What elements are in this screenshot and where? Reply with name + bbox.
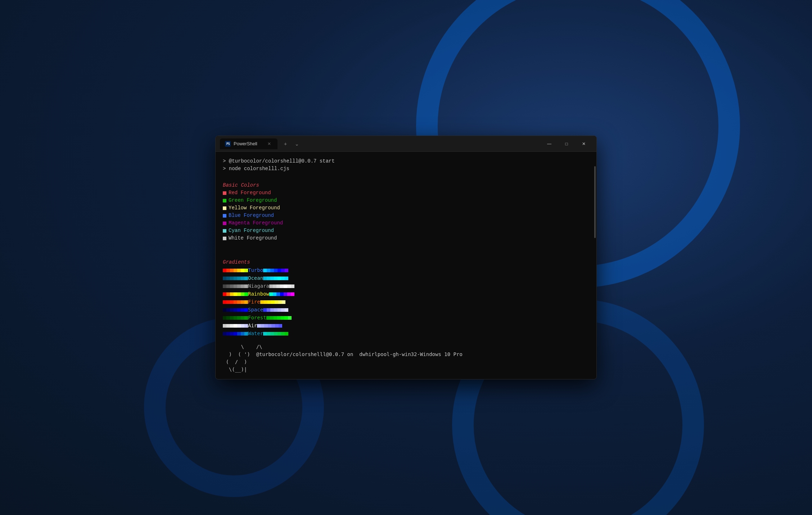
gradient-block bbox=[226, 316, 230, 320]
gradient-block bbox=[285, 332, 288, 336]
gradient-block bbox=[244, 332, 248, 336]
red-square bbox=[223, 191, 226, 195]
scrollbar-thumb[interactable] bbox=[594, 166, 596, 238]
gradient-name: Space bbox=[248, 306, 263, 314]
gradient-block bbox=[276, 284, 280, 288]
gradient-block bbox=[234, 269, 237, 272]
add-tab-button[interactable]: + bbox=[280, 139, 290, 149]
gradient-item-forest: Forest bbox=[223, 314, 589, 322]
gradient-block bbox=[223, 277, 226, 280]
gradient-block bbox=[279, 324, 282, 328]
gradient-block bbox=[261, 324, 264, 328]
gradient-name: Rainbow bbox=[248, 290, 269, 298]
gradient-block bbox=[230, 300, 234, 304]
color-item-blue: Blue Foreground bbox=[223, 212, 589, 219]
minimize-button[interactable]: — bbox=[541, 138, 558, 150]
gradient-block bbox=[266, 316, 270, 320]
gradient-block bbox=[226, 324, 230, 328]
maximize-button[interactable]: □ bbox=[558, 138, 575, 150]
gradient-name: Fire bbox=[248, 298, 260, 306]
gradient-left-blocks bbox=[223, 316, 248, 320]
tab-dropdown-button[interactable]: ⌄ bbox=[292, 139, 302, 149]
gradient-item-ocean: Ocean bbox=[223, 274, 589, 282]
gradient-right-blocks bbox=[263, 332, 288, 336]
gradient-block bbox=[278, 277, 281, 280]
gradient-block bbox=[226, 284, 230, 288]
gradient-block bbox=[226, 277, 230, 280]
gradient-block bbox=[270, 308, 274, 312]
tab-close-button[interactable]: ✕ bbox=[266, 141, 272, 147]
gradient-block bbox=[271, 300, 275, 304]
gradient-block bbox=[270, 316, 274, 320]
gradient-block bbox=[234, 300, 237, 304]
gradient-block bbox=[230, 269, 234, 272]
gradient-block bbox=[284, 284, 287, 288]
gradient-right-blocks bbox=[260, 300, 285, 304]
gradient-block bbox=[267, 269, 270, 272]
gradient-block bbox=[263, 277, 267, 280]
gradient-block bbox=[237, 292, 241, 296]
gradient-left-blocks bbox=[223, 284, 248, 288]
gradient-block bbox=[244, 300, 248, 304]
tab-controls: + ⌄ bbox=[280, 139, 302, 149]
gradient-item-water: Water bbox=[223, 330, 589, 337]
gradient-item-fire: Fire bbox=[223, 298, 589, 306]
gradient-block bbox=[257, 324, 261, 328]
gradient-block bbox=[230, 332, 234, 336]
gradient-block bbox=[274, 308, 278, 312]
gradient-block bbox=[291, 284, 294, 288]
gradient-right-blocks bbox=[266, 316, 292, 320]
gradient-name: Air bbox=[248, 322, 257, 329]
gradient-name: Water bbox=[248, 330, 263, 337]
gradient-block bbox=[234, 277, 237, 280]
gradient-block bbox=[263, 332, 267, 336]
color-item-cyan: Cyan Foreground bbox=[223, 227, 589, 234]
white-square bbox=[223, 237, 226, 240]
gradient-block bbox=[237, 284, 241, 288]
gradient-block bbox=[264, 324, 268, 328]
gradient-block bbox=[241, 308, 244, 312]
gradient-block bbox=[244, 284, 248, 288]
gradient-block bbox=[278, 332, 281, 336]
gradient-block bbox=[234, 284, 237, 288]
gradient-block bbox=[237, 324, 241, 328]
gradient-block bbox=[244, 316, 248, 320]
scrollbar[interactable] bbox=[594, 152, 596, 379]
gradient-block bbox=[270, 269, 274, 272]
gradient-block bbox=[234, 324, 237, 328]
gradient-block bbox=[281, 269, 285, 272]
close-button[interactable]: ✕ bbox=[576, 138, 592, 150]
gradient-block bbox=[287, 284, 291, 288]
blue-square bbox=[223, 214, 226, 218]
gradient-right-blocks bbox=[263, 277, 288, 280]
gradient-block bbox=[267, 308, 270, 312]
gradient-block bbox=[263, 308, 267, 312]
gradient-block bbox=[223, 300, 226, 304]
gradient-block bbox=[230, 324, 234, 328]
gradient-block bbox=[241, 284, 244, 288]
gradient-block bbox=[241, 277, 244, 280]
gradient-block bbox=[241, 269, 244, 272]
gradient-block bbox=[270, 277, 274, 280]
gradient-block bbox=[230, 284, 234, 288]
gradient-right-blocks bbox=[263, 269, 288, 272]
gradient-block bbox=[237, 277, 241, 280]
gradient-block bbox=[269, 292, 273, 296]
gradient-block bbox=[281, 316, 284, 320]
gradient-name: Niagara bbox=[248, 282, 269, 290]
command-line-2: > node colorshelll.cjs bbox=[223, 165, 589, 173]
gradient-block bbox=[269, 284, 273, 288]
gradient-block bbox=[234, 292, 237, 296]
gradient-block bbox=[226, 269, 230, 272]
gradient-block bbox=[274, 269, 278, 272]
gradient-block bbox=[267, 277, 270, 280]
gradient-left-blocks bbox=[223, 300, 248, 304]
title-bar: PS PowerShell ✕ + ⌄ — □ ✕ bbox=[216, 136, 596, 152]
powershell-tab[interactable]: PS PowerShell ✕ bbox=[220, 138, 278, 149]
gradient-block bbox=[278, 308, 281, 312]
gradient-block bbox=[281, 332, 285, 336]
gradient-block bbox=[230, 316, 234, 320]
ascii-line-0: \ /\ bbox=[223, 343, 589, 351]
gradient-block bbox=[260, 300, 264, 304]
gradient-block bbox=[267, 332, 270, 336]
